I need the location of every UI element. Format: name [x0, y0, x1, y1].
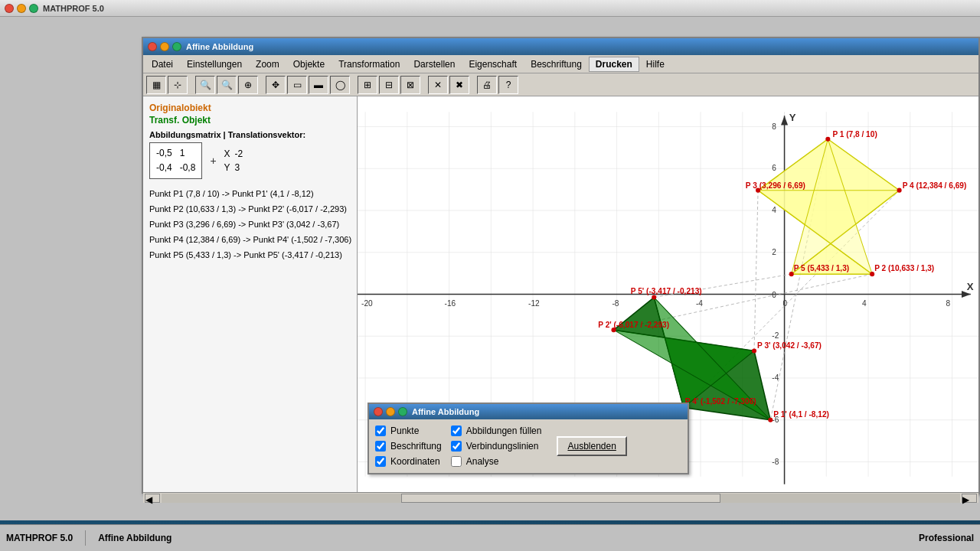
mini-content: Punkte Beschriftung Koordinaten Abbildun… [369, 419, 688, 473]
menu-eigenschaft[interactable]: Eigenschaft [462, 57, 524, 72]
tb-del2-btn[interactable]: ✖ [449, 76, 469, 94]
point-4: Punkt P4 (12,384 / 6,69) -> Punkt P4' (-… [149, 233, 351, 248]
point-2: Punkt P2 (10,633 / 1,3) -> Punkt P2' (-6… [149, 202, 351, 217]
menu-hilfe[interactable]: Hilfe [639, 57, 671, 72]
punkte-row[interactable]: Punkte [375, 425, 442, 436]
punkte-checkbox[interactable] [375, 425, 386, 436]
trans-x-row: X -2 [224, 148, 243, 159]
tb-print-btn[interactable]: 🖨 [477, 76, 497, 94]
translation-box: X -2 Y 3 [224, 148, 243, 173]
beschriftung-checkbox[interactable] [375, 441, 386, 452]
tb-coord-btn[interactable]: ⊹ [168, 76, 188, 94]
svg-text:P 1 (7,8 / 10): P 1 (7,8 / 10) [832, 130, 877, 139]
trans-label: Transf. Objekt [149, 115, 351, 126]
ausblenden-button[interactable]: Ausblenden [557, 436, 626, 456]
m12: 1 [180, 146, 185, 161]
matrix-container: -0,5 1 -0,4 -0,8 + X -2 [149, 142, 351, 179]
tb-help-btn[interactable]: ? [498, 76, 518, 94]
tb-zoom-in-btn[interactable]: 🔍 [217, 76, 237, 94]
menu-datei[interactable]: Datei [145, 57, 180, 72]
menu-transformation[interactable]: Transformation [332, 57, 407, 72]
status-separator-1 [85, 530, 86, 546]
koordinaten-row[interactable]: Koordinaten [375, 456, 442, 467]
tb-rect2-btn[interactable]: ▬ [309, 76, 328, 94]
point-5: Punkt P5 (5,433 / 1,3) -> Punkt P5' (-3,… [149, 248, 351, 263]
tb-zoom-reset-btn[interactable]: ⊕ [238, 76, 258, 94]
inner-window-title: Affine Abbildung [186, 42, 253, 51]
svg-text:P 4' (-1,502 / -7,306): P 4' (-1,502 / -7,306) [685, 397, 756, 406]
verbindungslinien-row[interactable]: Verbindungslinien [451, 441, 542, 452]
svg-text:-20: -20 [361, 299, 373, 308]
svg-text:P 5 (5,433 / 1,3): P 5 (5,433 / 1,3) [794, 264, 849, 272]
hscrollbar[interactable]: ◀ ▶ [143, 492, 978, 503]
tb-table2-btn[interactable]: ⊟ [379, 76, 399, 94]
beschriftung-row[interactable]: Beschriftung [375, 441, 442, 452]
scroll-right-btn[interactable]: ▶ [962, 494, 977, 503]
svg-text:-16: -16 [445, 299, 456, 308]
analyse-row[interactable]: Analyse [451, 456, 542, 467]
svg-text:-4: -4 [696, 299, 703, 308]
abbildungen-checkbox[interactable] [451, 425, 462, 436]
maximize-button[interactable] [29, 4, 38, 13]
verbindungslinien-label: Verbindungslinien [466, 441, 539, 452]
menu-objekte[interactable]: Objekte [286, 57, 332, 72]
orig-label: Originalobiekt [149, 103, 351, 113]
svg-point-61 [897, 188, 902, 193]
inner-window-controls[interactable] [148, 42, 181, 51]
abbildungen-row[interactable]: Abbildungen füllen [451, 425, 542, 436]
menu-einstellungen[interactable]: Einstellungen [180, 57, 249, 72]
status-edition: Professional [919, 533, 974, 543]
m21: -0,4 [156, 161, 172, 175]
m22: -0,8 [180, 161, 196, 175]
close-button[interactable] [5, 4, 14, 13]
matrix-box: -0,5 1 -0,4 -0,8 [149, 142, 202, 179]
mini-col-right: Abbildungen füllen Verbindungslinien Ana… [451, 425, 542, 467]
tb-select-btn[interactable]: ✥ [266, 76, 286, 94]
tb-rect-btn[interactable]: ▭ [287, 76, 307, 94]
koordinaten-checkbox[interactable] [375, 456, 386, 467]
inner-minimize-button[interactable] [160, 42, 169, 51]
svg-text:8: 8 [772, 122, 776, 131]
menu-beschriftung[interactable]: Beschriftung [524, 57, 589, 72]
point-list: Punkt P1 (7,8 / 10) -> Punkt P1' (4,1 / … [149, 187, 351, 262]
tb-del-btn[interactable]: ✕ [428, 76, 448, 94]
mini-col-left: Punkte Beschriftung Koordinaten [375, 425, 442, 467]
trans-y-row: Y 3 [224, 162, 243, 173]
analyse-checkbox[interactable] [451, 456, 462, 467]
verbindungslinien-checkbox[interactable] [451, 441, 462, 452]
matrix-row2: -0,4 -0,8 [156, 161, 195, 175]
punkte-label: Punkte [390, 425, 419, 436]
tb-zoom-out-btn[interactable]: 🔍 [195, 76, 215, 94]
inner-maximize-button[interactable] [172, 42, 181, 51]
svg-point-59 [825, 137, 830, 142]
scroll-left-btn[interactable]: ◀ [145, 494, 160, 503]
mini-max-btn[interactable] [398, 407, 407, 416]
plus-sign: + [210, 155, 216, 167]
svg-text:P 3 (3,296 / 6,69): P 3 (3,296 / 6,69) [746, 181, 805, 190]
mini-controls[interactable] [374, 407, 407, 416]
menu-drucken[interactable]: Drucken [589, 57, 639, 72]
menu-darstellen[interactable]: Darstellen [407, 57, 462, 72]
svg-text:P 2 (10,633 / 1,3): P 2 (10,633 / 1,3) [874, 264, 934, 272]
inner-close-button[interactable] [148, 42, 157, 51]
scrollbar-thumb[interactable] [401, 494, 720, 503]
analyse-label: Analyse [466, 456, 499, 467]
minimize-button[interactable] [17, 4, 26, 13]
window-controls[interactable] [5, 4, 38, 13]
mini-panel-title: Affine Abbildung [412, 407, 479, 416]
mini-close-btn[interactable] [374, 407, 383, 416]
beschriftung-label: Beschriftung [390, 441, 442, 452]
y-val: 3 [235, 162, 240, 173]
svg-text:2: 2 [772, 248, 776, 256]
point-1: Punkt P1 (7,8 / 10) -> Punkt P1' (4,1 / … [149, 187, 351, 202]
svg-text:P 2' (-6,017 / -2,293): P 2' (-6,017 / -2,293) [598, 321, 669, 329]
tb-grid-btn[interactable]: ▦ [146, 76, 166, 94]
status-window: Affine Abbildung [98, 533, 172, 543]
statusbar: MATHPROF 5.0 Affine Abbildung Profession… [0, 524, 980, 551]
app-title: MATHPROF 5.0 [43, 4, 104, 13]
tb-circle-btn[interactable]: ◯ [330, 76, 350, 94]
mini-min-btn[interactable] [386, 407, 395, 416]
menu-zoom[interactable]: Zoom [249, 57, 286, 72]
tb-col-btn[interactable]: ⊠ [400, 76, 420, 94]
tb-table-btn[interactable]: ⊞ [358, 76, 377, 94]
